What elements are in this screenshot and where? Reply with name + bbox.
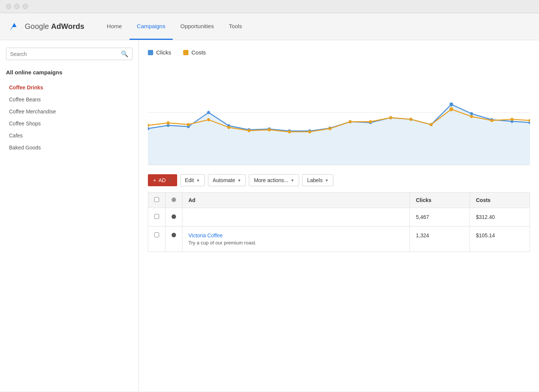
row1-costs-cell: $312.40 — [470, 208, 530, 226]
nav-links: Home Campaigns Opportunities Tools — [99, 13, 250, 40]
cost-dot — [510, 118, 513, 121]
cost-dot — [247, 129, 250, 132]
edit-chevron-icon: ▼ — [196, 178, 200, 182]
cost-dot — [528, 119, 530, 122]
sidebar-item-cafes[interactable]: Cafes — [6, 130, 132, 142]
sidebar-item-coffee-shops[interactable]: Coffee Shops — [6, 118, 132, 130]
automate-chevron-icon: ▼ — [238, 178, 241, 182]
chart-svg — [148, 60, 530, 165]
search-icon: 🔍 — [121, 50, 128, 57]
row2-checkbox[interactable] — [154, 232, 159, 237]
adwords-logo-icon — [8, 20, 21, 33]
table-row: Victoria Coffee Try a cup of our premium… — [148, 226, 530, 252]
ads-table: Ad Clicks Costs 5, — [148, 192, 530, 252]
clicks-legend-dot — [148, 50, 153, 55]
row1-ad-cell — [182, 208, 410, 226]
chart-legend: Clicks Costs — [148, 49, 530, 56]
legend-clicks: Clicks — [148, 49, 171, 56]
cost-dot — [288, 130, 291, 134]
sidebar-item-coffee-drinks[interactable]: Coffee Drinks — [6, 81, 132, 93]
cost-dot — [308, 130, 311, 134]
search-box[interactable]: 🔍 — [6, 48, 132, 60]
nav-item-tools[interactable]: Tools — [221, 13, 250, 40]
costs-legend-dot — [183, 50, 188, 55]
clicks-legend-label: Clicks — [156, 49, 171, 56]
add-ad-label: AD — [158, 177, 166, 183]
cost-dot — [227, 126, 230, 129]
nav-item-campaigns[interactable]: Campaigns — [129, 13, 173, 40]
row2-check-cell — [148, 226, 166, 252]
click-dot — [207, 111, 210, 114]
more-actions-button[interactable]: More actions... ▼ — [249, 174, 299, 186]
sidebar-item-baked-goods[interactable]: Baked Goods — [6, 142, 132, 154]
col-header-costs: Costs — [470, 193, 530, 208]
more-actions-chevron-icon: ▼ — [291, 178, 294, 182]
add-ad-chevron-icon: ▼ — [168, 178, 172, 182]
cost-dot — [430, 123, 433, 126]
cost-dot — [349, 120, 352, 124]
select-all-checkbox[interactable] — [154, 197, 159, 202]
row1-check-cell — [148, 208, 166, 226]
logo-area: Google AdWords — [8, 20, 84, 33]
cost-dot — [148, 124, 149, 127]
nav-item-home[interactable]: Home — [99, 13, 129, 40]
search-input[interactable] — [10, 51, 121, 57]
window-chrome — [0, 0, 539, 13]
add-ad-button[interactable]: + AD ▼ — [148, 174, 177, 186]
labels-chevron-icon: ▼ — [325, 178, 328, 182]
col-header-status — [166, 193, 182, 208]
top-nav: Google AdWords Home Campaigns Opportunit… — [0, 13, 539, 40]
cost-dot — [410, 118, 413, 121]
click-dot — [449, 103, 453, 107]
cost-dot — [369, 120, 372, 124]
table-header-row: Ad Clicks Costs — [148, 193, 530, 208]
cost-dot — [187, 123, 190, 126]
nav-item-opportunities[interactable]: Opportunities — [173, 13, 221, 40]
app-wrapper: Google AdWords Home Campaigns Opportunit… — [0, 13, 539, 392]
row2-clicks-cell: 1,324 — [410, 226, 470, 252]
svg-marker-0 — [10, 23, 17, 31]
table-row: 5,467 $312.40 — [148, 208, 530, 226]
cost-dot — [449, 107, 453, 112]
automate-button[interactable]: Automate ▼ — [208, 174, 246, 186]
content-area: 🔍 All online campaigns Coffee Drinks Cof… — [0, 40, 539, 392]
row2-ad-cell: Victoria Coffee Try a cup of our premium… — [182, 226, 410, 252]
legend-costs: Costs — [183, 49, 206, 56]
header-status-dot — [172, 198, 176, 202]
row2-costs-cell: $105.14 — [470, 226, 530, 252]
row2-status-cell — [166, 226, 182, 252]
cost-dot — [167, 121, 170, 125]
edit-button[interactable]: Edit ▼ — [180, 174, 205, 186]
toolbar: + AD ▼ Edit ▼ Automate ▼ More actions...… — [148, 174, 530, 186]
sidebar-item-coffee-beans[interactable]: Coffee Beans — [6, 93, 132, 106]
chart-container — [148, 60, 530, 165]
close-button[interactable] — [6, 4, 11, 9]
add-ad-plus: + — [153, 177, 156, 183]
row1-clicks-cell: 5,467 — [410, 208, 470, 226]
costs-legend-label: Costs — [191, 49, 206, 56]
row1-status-dot — [172, 214, 176, 219]
col-header-check — [148, 193, 166, 208]
col-header-ad: Ad — [182, 193, 410, 208]
col-header-clicks: Clicks — [410, 193, 470, 208]
cost-dot — [207, 118, 210, 122]
row2-status-dot — [172, 233, 176, 237]
cost-dot — [470, 115, 473, 118]
logo-text: Google AdWords — [25, 22, 84, 31]
main-panel: Clicks Costs — [139, 40, 539, 392]
row2-ad-link[interactable]: Victoria Coffee — [188, 232, 223, 238]
sidebar-item-coffee-merchandise[interactable]: Coffee Merchandise — [6, 106, 132, 118]
minimize-button[interactable] — [14, 4, 20, 9]
sidebar: 🔍 All online campaigns Coffee Drinks Cof… — [0, 40, 139, 392]
sidebar-section-title: All online campaigns — [6, 69, 132, 75]
cost-dot — [328, 127, 331, 130]
cost-dot — [490, 119, 493, 122]
row2-ad-desc: Try a cup of our premium roast. — [188, 240, 403, 246]
row1-status-cell — [166, 208, 182, 226]
cost-dot — [389, 116, 392, 119]
click-dot — [470, 112, 473, 115]
row1-checkbox[interactable] — [154, 214, 159, 219]
labels-button[interactable]: Labels ▼ — [302, 174, 333, 186]
cost-dot — [268, 128, 271, 131]
maximize-button[interactable] — [23, 4, 28, 9]
